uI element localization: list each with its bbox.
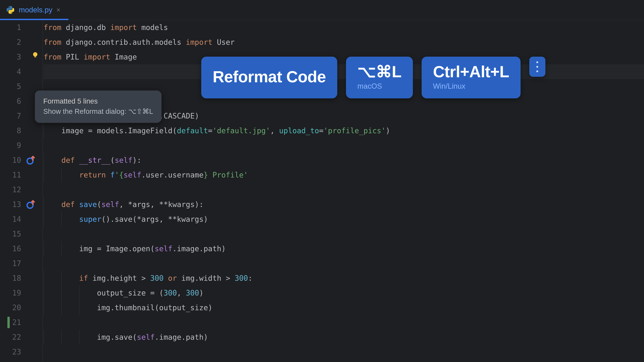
svg-point-2 xyxy=(27,158,33,164)
code-line[interactable]: if img.height > 300 or img.width > 300: xyxy=(44,271,644,286)
close-icon[interactable]: × xyxy=(56,6,60,14)
code-line[interactable] xyxy=(44,315,644,330)
python-icon xyxy=(6,5,15,14)
mac-shortcut-card[interactable]: ⌥⌘L macOS xyxy=(346,57,413,98)
code-line[interactable] xyxy=(44,182,644,197)
tab-filename: models.py xyxy=(19,6,52,14)
mac-keys: ⌥⌘L xyxy=(358,63,402,80)
vcs-change-marker[interactable] xyxy=(8,317,10,328)
code-line[interactable]: image = models.ImageField(default='defau… xyxy=(44,123,644,138)
code-line[interactable]: def __str__(self): xyxy=(44,153,644,168)
line-number[interactable]: 9 xyxy=(9,138,21,153)
vcs-change-bar-column xyxy=(0,20,9,362)
win-shortcut-card[interactable]: Ctrl+Alt+L Win/Linux xyxy=(422,57,520,98)
code-line[interactable]: from django.db import models xyxy=(44,20,644,35)
svg-point-3 xyxy=(27,202,33,208)
code-line[interactable] xyxy=(44,256,644,271)
shortcut-cards: Reformat Code ⌥⌘L macOS Ctrl+Alt+L Win/L… xyxy=(201,57,546,98)
kebab-dot-icon xyxy=(536,61,538,63)
line-number[interactable]: 10 xyxy=(9,153,21,168)
action-name: Reformat Code xyxy=(213,68,326,85)
code-line[interactable] xyxy=(44,345,644,359)
tab-bar: models.py × xyxy=(0,0,644,20)
code-line[interactable]: img = Image.open(self.image.path) xyxy=(44,241,644,256)
kebab-dot-icon xyxy=(536,66,538,68)
line-number[interactable]: 20 xyxy=(9,300,21,315)
svg-point-0 xyxy=(33,52,38,57)
line-number[interactable]: 23 xyxy=(9,345,21,359)
code-line[interactable]: return f'{self.user.username} Profile' xyxy=(44,168,644,182)
line-number[interactable]: 19 xyxy=(9,286,21,300)
line-number[interactable]: 14 xyxy=(9,212,21,227)
win-label: Win/Linux xyxy=(433,82,509,90)
code-line[interactable]: img.thumbnail(output_size) xyxy=(44,300,644,315)
code-line[interactable] xyxy=(44,138,644,153)
line-number[interactable]: 8 xyxy=(9,123,21,138)
code-line[interactable]: img.save(self.image.path) xyxy=(44,330,644,345)
win-keys: Ctrl+Alt+L xyxy=(433,63,509,80)
line-number[interactable]: 11 xyxy=(9,168,21,182)
code-line[interactable]: from django.contrib.auth.models import U… xyxy=(44,35,644,50)
line-number[interactable]: 1 xyxy=(9,20,21,35)
mac-label: macOS xyxy=(358,82,402,90)
gutter-icons-column xyxy=(24,20,42,362)
more-actions-kebab[interactable] xyxy=(529,57,546,77)
line-number[interactable]: 16 xyxy=(9,241,21,256)
line-number[interactable]: 4 xyxy=(9,64,21,79)
line-number[interactable]: 7 xyxy=(9,109,21,123)
kebab-dot-icon xyxy=(536,70,538,72)
svg-rect-1 xyxy=(34,56,36,57)
code-line[interactable]: super().save(*args, **kwargs) xyxy=(44,212,644,227)
line-number[interactable]: 12 xyxy=(9,182,21,197)
line-number[interactable]: 22 xyxy=(9,330,21,345)
line-number[interactable]: 2 xyxy=(9,35,21,50)
tab-models-py[interactable]: models.py × xyxy=(0,0,68,20)
code-line[interactable]: def save(self, *args, **kwargs): xyxy=(44,197,644,212)
reformat-tooltip: Formatted 5 lines Show the Reformat dial… xyxy=(35,90,162,123)
line-number[interactable]: 15 xyxy=(9,227,21,241)
line-number-gutter[interactable]: 1234567891011121314151617181920212223 xyxy=(9,20,24,362)
code-line[interactable]: output_size = (300, 300) xyxy=(44,286,644,300)
line-number[interactable]: 18 xyxy=(9,271,21,286)
line-number[interactable]: 13 xyxy=(9,197,21,212)
line-number[interactable]: 6 xyxy=(9,94,21,109)
tooltip-title: Formatted 5 lines xyxy=(43,97,153,105)
line-number[interactable]: 5 xyxy=(9,79,21,94)
line-number[interactable]: 21 xyxy=(9,315,21,330)
editor-window: models.py × 1234567891011121314151617181… xyxy=(0,0,644,362)
line-number[interactable]: 17 xyxy=(9,256,21,271)
tooltip-hint: Show the Reformat dialog: ⌥⇧⌘L xyxy=(43,107,153,115)
line-number[interactable]: 3 xyxy=(9,50,21,64)
action-card[interactable]: Reformat Code xyxy=(201,57,337,98)
intention-bulb-icon[interactable] xyxy=(32,51,39,59)
code-line[interactable] xyxy=(44,227,644,241)
